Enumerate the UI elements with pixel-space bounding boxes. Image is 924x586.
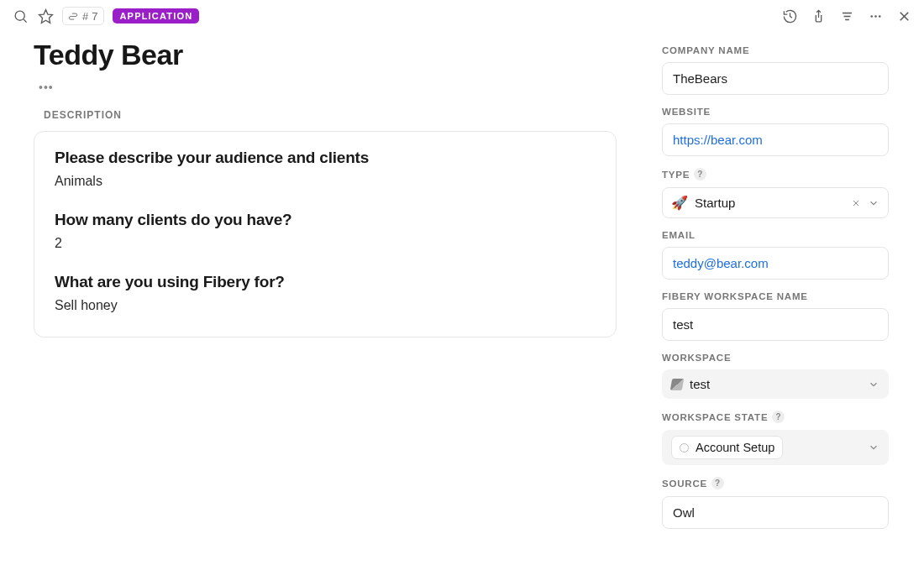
search-icon[interactable] xyxy=(12,8,29,24)
help-icon[interactable]: ? xyxy=(772,411,785,423)
svg-point-7 xyxy=(870,15,873,18)
workspace-value: test xyxy=(690,377,710,391)
more-icon[interactable] xyxy=(867,8,884,24)
workspace-state-value: Account Setup xyxy=(696,441,774,454)
website-input[interactable] xyxy=(662,123,889,156)
field-company-name: COMPANY NAME xyxy=(662,45,889,95)
field-fibery-workspace-name: FIBERY WORKSPACE NAME xyxy=(662,291,889,341)
desc-a1: Animals xyxy=(55,174,596,189)
company-name-input[interactable] xyxy=(662,62,889,95)
topbar-left: #7 APPLICATION xyxy=(12,7,199,25)
svg-point-8 xyxy=(874,15,877,18)
field-source: SOURCE ? xyxy=(662,477,889,529)
workspace-select[interactable]: test xyxy=(662,369,889,399)
workspace-state-select[interactable]: Account Setup xyxy=(662,430,889,465)
type-select[interactable]: 🚀 Startup xyxy=(662,187,889,218)
type-value: Startup xyxy=(695,196,735,210)
star-icon[interactable] xyxy=(37,8,54,24)
main: Teddy Bear ••• DESCRIPTION Please descri… xyxy=(0,30,924,586)
content: Teddy Bear ••• DESCRIPTION Please descri… xyxy=(0,30,652,586)
entity-id-number: 7 xyxy=(92,10,97,23)
chevron-down-icon[interactable] xyxy=(868,442,879,453)
type-badge: APPLICATION xyxy=(113,8,199,24)
svg-point-0 xyxy=(15,11,24,20)
page-title[interactable]: Teddy Bear xyxy=(34,39,632,71)
workspace-icon xyxy=(670,379,684,390)
workspace-state-chip: Account Setup xyxy=(671,436,783,459)
filter-icon[interactable] xyxy=(838,8,855,24)
company-name-label: COMPANY NAME xyxy=(662,45,889,55)
field-workspace-state: WORKSPACE STATE ? Account Setup xyxy=(662,411,889,465)
topbar-right xyxy=(781,8,912,24)
source-label: SOURCE ? xyxy=(662,477,889,489)
desc-a3: Sell honey xyxy=(55,298,596,313)
clear-icon[interactable] xyxy=(851,198,861,208)
rocket-icon: 🚀 xyxy=(671,195,688,211)
description-card[interactable]: Please describe your audience and client… xyxy=(34,131,617,337)
state-dot-icon xyxy=(680,443,689,453)
svg-line-1 xyxy=(24,19,27,23)
workspace-label: WORKSPACE xyxy=(662,353,889,363)
chevron-down-icon[interactable] xyxy=(868,379,879,390)
desc-q3: What are you using Fibery for? xyxy=(55,273,596,291)
source-input[interactable] xyxy=(662,496,889,529)
help-icon[interactable]: ? xyxy=(694,168,706,181)
close-icon[interactable] xyxy=(895,8,912,24)
field-website: WEBSITE xyxy=(662,107,889,156)
email-label: EMAIL xyxy=(662,230,889,240)
entity-id-prefix: # xyxy=(82,10,88,23)
fibery-workspace-name-label: FIBERY WORKSPACE NAME xyxy=(662,291,889,301)
description-label: DESCRIPTION xyxy=(44,109,632,121)
entity-id[interactable]: #7 xyxy=(62,7,104,25)
svg-point-9 xyxy=(878,15,880,18)
chevron-down-icon[interactable] xyxy=(868,197,879,209)
sidebar: COMPANY NAME WEBSITE TYPE ? 🚀 Startup xyxy=(652,30,909,586)
history-icon[interactable] xyxy=(781,8,798,24)
desc-a2: 2 xyxy=(55,236,596,251)
svg-marker-2 xyxy=(39,9,52,23)
topbar: #7 APPLICATION xyxy=(0,0,924,30)
field-email: EMAIL xyxy=(662,230,889,280)
desc-q1: Please describe your audience and client… xyxy=(55,149,596,167)
website-label: WEBSITE xyxy=(662,107,889,117)
email-input[interactable] xyxy=(662,247,889,280)
field-workspace: WORKSPACE test xyxy=(662,353,889,399)
share-icon[interactable] xyxy=(810,8,827,24)
desc-q2: How many clients do you have? xyxy=(55,211,596,229)
type-label: TYPE ? xyxy=(662,168,889,181)
page-more-button[interactable]: ••• xyxy=(39,81,54,94)
field-type: TYPE ? 🚀 Startup xyxy=(662,168,889,218)
workspace-state-label: WORKSPACE STATE ? xyxy=(662,411,889,423)
fibery-workspace-name-input[interactable] xyxy=(662,308,889,341)
help-icon[interactable]: ? xyxy=(711,477,724,489)
